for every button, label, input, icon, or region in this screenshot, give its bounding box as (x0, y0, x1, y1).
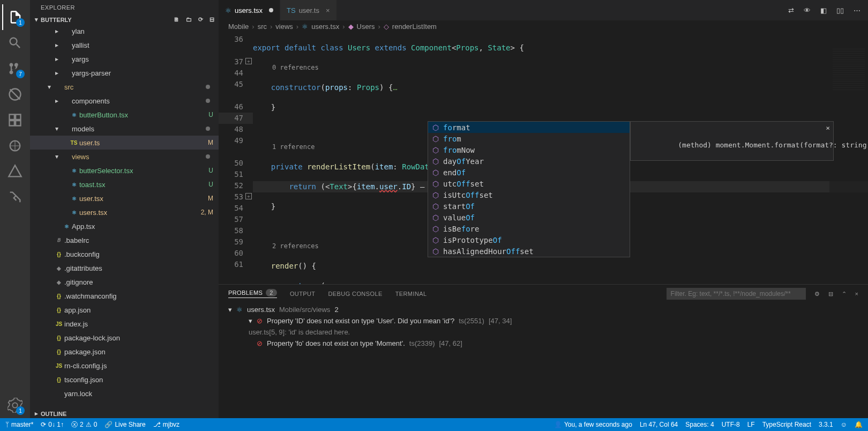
breadcrumb-item[interactable]: Users (357, 23, 375, 31)
problems-filter-input[interactable] (667, 288, 806, 300)
suggestion-item[interactable]: ⬡startOf (428, 200, 630, 212)
minimap[interactable] (829, 33, 868, 284)
file-row[interactable]: yarn.lock (30, 387, 219, 400)
tab-output[interactable]: OUTPUT (290, 291, 316, 297)
folder-row[interactable]: ▸ylan (30, 24, 219, 38)
breadcrumb-item[interactable]: Mobile (228, 23, 249, 31)
status-branch[interactable]: ᛘ master* (5, 421, 33, 428)
close-panel-icon[interactable]: × (855, 291, 858, 297)
status-github[interactable]: ⎇ mjbvz (153, 421, 179, 428)
collapse-icon[interactable]: ⊟ (209, 16, 214, 23)
file-row[interactable]: {}package.json (30, 345, 219, 359)
tab-problems[interactable]: PROBLEMS2 (228, 289, 277, 298)
status-spaces[interactable]: Spaces: 4 (685, 421, 714, 428)
intellisense-popup[interactable]: ⬡format⬡from⬡fromNow⬡dayOfYear⬡endOf⬡utc… (428, 121, 630, 257)
folder-row[interactable]: ▸components (30, 94, 219, 108)
new-file-icon[interactable]: 🗎 (174, 16, 179, 23)
file-row[interactable]: ⚛user.tsxM (30, 191, 219, 205)
suggestion-item[interactable]: ⬡isPrototypeOf (428, 234, 630, 246)
fold-icon[interactable]: + (245, 193, 252, 199)
status-errors[interactable]: ⓧ 2 ⚠ 0 (71, 420, 97, 429)
suggestion-item[interactable]: ⬡hasAlignedHourOffset (428, 246, 630, 257)
activity-explorer[interactable]: 1 (2, 4, 28, 30)
compare-icon[interactable]: ⇄ (788, 6, 794, 14)
file-row[interactable]: ⚛users.tsx2, M (30, 205, 219, 219)
code-content[interactable]: export default class Users extends Compo… (253, 33, 868, 284)
breadcrumb-item[interactable]: src (258, 23, 267, 31)
activity-azure[interactable] (2, 159, 28, 184)
codelens[interactable]: 0 references (253, 62, 868, 73)
split-icon[interactable]: ▯▯ (836, 6, 844, 14)
tab-debug-console[interactable]: DEBUG CONSOLE (328, 291, 383, 297)
status-ts-version[interactable]: 3.3.1 (819, 421, 833, 428)
file-row[interactable]: ⚛butterSelector.tsxU (30, 164, 219, 177)
file-row[interactable]: {}app.json (30, 303, 219, 317)
status-cursor[interactable]: Ln 47, Col 64 (640, 421, 678, 428)
problem-item[interactable]: ▾⊘ Property 'ID' does not exist on type … (219, 315, 868, 326)
folder-row[interactable]: ▾models (30, 122, 219, 136)
file-row[interactable]: JSrn-cli.config.js (30, 359, 219, 373)
activity-extensions[interactable] (2, 107, 28, 133)
folder-row[interactable]: ▾views (30, 150, 219, 164)
file-row[interactable]: ⚛App.tsx (30, 219, 219, 233)
file-row[interactable]: {}package-lock.json (30, 331, 219, 345)
diff-icon[interactable]: ◧ (820, 6, 827, 14)
problems-list[interactable]: ▾⚛ users.tsx Mobile/src/views 2 ▾⊘ Prope… (219, 303, 868, 418)
problem-related[interactable]: user.ts[5, 9]: 'id' is declared here. (219, 326, 868, 338)
breadcrumb[interactable]: Mobile› src› views› ⚛users.tsx› ◆Users› … (219, 20, 868, 33)
suggestion-item[interactable]: ⬡endOf (428, 167, 630, 178)
problem-item[interactable]: ▾⊘ Property 'fo' does not exist on type … (219, 338, 868, 349)
suggestion-item[interactable]: ⬡utcOffset (428, 178, 630, 189)
status-bell-icon[interactable]: 🔔 (855, 421, 863, 428)
status-encoding[interactable]: UTF-8 (722, 421, 740, 428)
close-icon[interactable]: × (326, 6, 330, 14)
activity-scm[interactable]: 7 (2, 56, 28, 81)
breadcrumb-item[interactable]: users.tsx (311, 23, 339, 31)
code-editor[interactable]: 36 37+ 44 45 46 47 48 49 50 51 52 53+ 54… (219, 33, 868, 284)
editor-tab[interactable]: TSuser.ts× (280, 0, 337, 20)
status-blame[interactable]: 👤 You, a few seconds ago (554, 421, 632, 428)
folder-section-header[interactable]: ▾ BUTTERLY 🗎 🗀 ⟳ ⊟ (30, 15, 219, 24)
editor-tab[interactable]: ⚛users.tsx (219, 0, 280, 20)
fold-icon[interactable]: + (245, 58, 252, 64)
filter-settings-icon[interactable]: ⚙ (814, 291, 820, 298)
file-row[interactable]: ◆.gitattributes (30, 261, 219, 275)
file-row[interactable]: {}tsconfig.json (30, 373, 219, 387)
outline-section-header[interactable]: ▸ OUTLINE (30, 409, 219, 418)
file-row[interactable]: TSuser.tsM (30, 136, 219, 150)
collapse-all-icon[interactable]: ⊟ (828, 291, 833, 298)
file-row[interactable]: ⚛toast.tsxU (30, 177, 219, 191)
status-language[interactable]: TypeScript React (762, 421, 811, 428)
suggestion-item[interactable]: ⬡isBefore (428, 223, 630, 234)
file-row[interactable]: {}.watchmanconfig (30, 289, 219, 303)
suggestion-item[interactable]: ⬡from (428, 133, 630, 144)
status-sync[interactable]: ⟳ 0↓ 1↑ (41, 421, 64, 428)
status-liveshare[interactable]: 🔗 Live Share (104, 421, 145, 428)
new-folder-icon[interactable]: 🗀 (186, 16, 192, 23)
suggestion-item[interactable]: ⬡fromNow (428, 144, 630, 155)
activity-remote[interactable] (2, 133, 28, 159)
chevron-up-icon[interactable]: ⌃ (842, 291, 847, 298)
breadcrumb-item[interactable]: views (275, 23, 293, 31)
file-tree[interactable]: ▸ylan▸yallist▸yargs▸yargs-parser▾src▸com… (30, 24, 219, 409)
activity-debug[interactable] (2, 81, 28, 107)
file-row[interactable]: {}.buckconfig (30, 247, 219, 261)
suggestion-item[interactable]: ⬡isUtcOffset (428, 189, 630, 200)
folder-row[interactable]: ▸yargs-parser (30, 66, 219, 80)
file-row[interactable]: JSindex.js (30, 317, 219, 331)
breadcrumb-item[interactable]: renderListItem (392, 23, 437, 31)
file-row[interactable]: ◆.gitignore (30, 275, 219, 289)
close-icon[interactable]: × (826, 124, 830, 132)
more-icon[interactable]: ⋯ (854, 6, 860, 14)
activity-search[interactable] (2, 30, 28, 56)
file-row[interactable]: ⚛butterButton.tsxU (30, 108, 219, 122)
folder-row[interactable]: ▾src (30, 80, 219, 94)
activity-liveshare[interactable] (2, 184, 28, 210)
suggestion-item[interactable]: ⬡dayOfYear (428, 155, 630, 167)
preview-icon[interactable]: 👁 (804, 6, 811, 14)
tab-terminal[interactable]: TERMINAL (395, 291, 427, 297)
file-row[interactable]: 𝘉.babelrc (30, 233, 219, 247)
suggestion-item[interactable]: ⬡valueOf (428, 212, 630, 223)
suggestion-item[interactable]: ⬡format (428, 122, 630, 133)
refresh-icon[interactable]: ⟳ (198, 16, 203, 23)
